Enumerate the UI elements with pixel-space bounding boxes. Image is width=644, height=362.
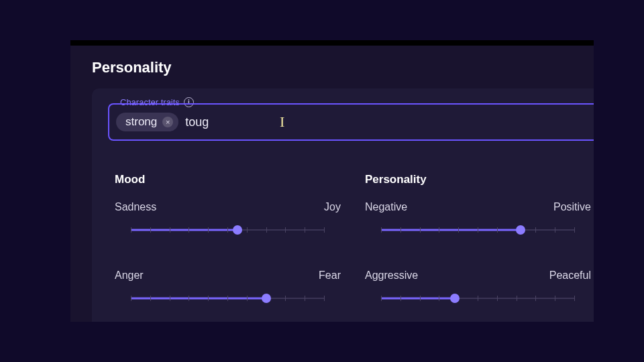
slider-labels: Aggressive Peaceful [365, 269, 591, 282]
character-traits-input[interactable] [185, 115, 341, 129]
slider-thumb[interactable] [450, 294, 460, 303]
character-traits-field-wrap: Character traits i strong × I › [108, 103, 594, 149]
page-title: Personality [92, 59, 172, 76]
slider-aggressive-peaceful: Aggressive Peaceful [365, 269, 591, 304]
slider-track[interactable] [381, 292, 575, 304]
mood-column-2: Anger Fear [115, 269, 341, 304]
slider-thumb[interactable] [516, 225, 525, 235]
slider-thumb[interactable] [233, 225, 242, 235]
slider-fill [131, 229, 237, 231]
slider-labels: Sadness Joy [115, 201, 341, 213]
personality-heading: Personality [365, 173, 591, 186]
slider-sadness-joy: Sadness Joy [115, 201, 341, 236]
panel-frame: Personality Character traits i strong × … [70, 40, 594, 322]
mood-column: Mood Sadness Joy [115, 173, 341, 236]
character-traits-field[interactable]: strong × I › [108, 103, 594, 141]
slider-left-label: Anger [115, 269, 144, 282]
slider-thumb[interactable] [262, 294, 271, 303]
slider-negative-positive: Negative Positive [365, 201, 591, 236]
trait-chip-strong[interactable]: strong × [116, 113, 178, 131]
personality-panel: Character traits i strong × I › Mood [92, 88, 594, 322]
slider-left-label: Negative [365, 201, 407, 213]
app-stage: Personality Character traits i strong × … [0, 0, 644, 362]
personality-column-2: Aggressive Peaceful [365, 269, 591, 304]
slider-right-label: Joy [324, 201, 341, 213]
slider-left-label: Sadness [115, 201, 156, 213]
slider-track[interactable] [381, 224, 575, 236]
chevron-right-icon[interactable]: › [593, 115, 594, 130]
trait-chip-label: strong [125, 115, 157, 129]
slider-labels: Anger Fear [115, 269, 341, 282]
close-icon[interactable]: × [162, 117, 173, 127]
slider-anger-fear: Anger Fear [115, 269, 341, 304]
slider-right-label: Fear [319, 269, 341, 282]
slider-left-label: Aggressive [365, 269, 418, 282]
slider-labels: Negative Positive [365, 201, 591, 213]
slider-right-label: Positive [553, 201, 591, 213]
slider-track[interactable] [131, 224, 325, 236]
slider-fill [381, 229, 521, 231]
personality-column: Personality Negative Positive [365, 173, 591, 236]
slider-fill [381, 298, 455, 300]
slider-fill [131, 298, 266, 300]
sliders-grid: Mood Sadness Joy [108, 173, 594, 304]
slider-track[interactable] [131, 292, 325, 304]
slider-right-label: Peaceful [549, 269, 591, 282]
mood-heading: Mood [115, 173, 341, 186]
